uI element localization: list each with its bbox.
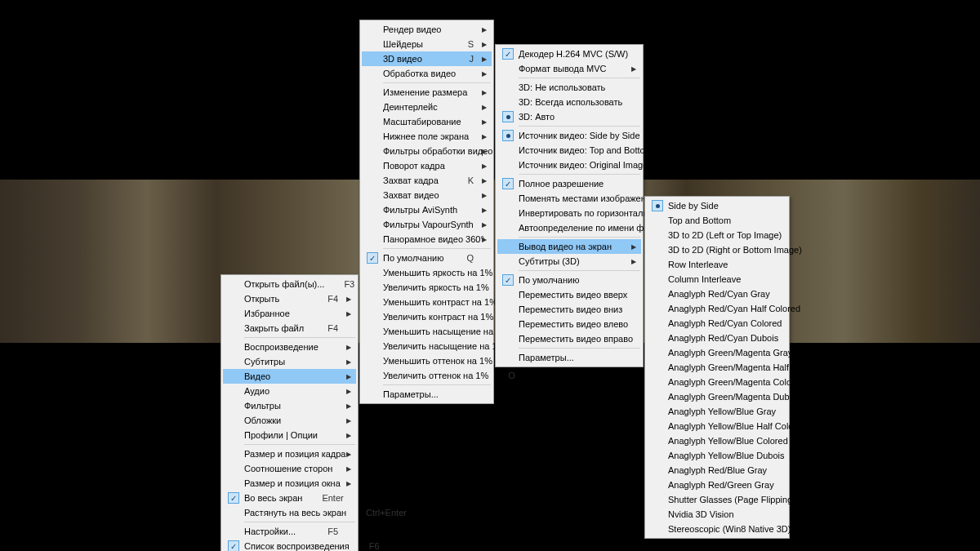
menu-item[interactable]: Anaglyph Yellow/Blue Colored — [647, 433, 787, 448]
submenu-arrow-icon: ▶ — [482, 236, 487, 243]
menu-item[interactable]: Инвертировать по горизонтали — [497, 206, 641, 220]
menu-item[interactable]: Фильтры VapourSynth▶ — [362, 217, 492, 232]
menu-item[interactable]: Автоопределение по имени файла — [497, 220, 641, 235]
menu-item[interactable]: Column Interleave — [647, 272, 787, 287]
menu-item[interactable]: Источник видео: Top and Bottom — [497, 143, 641, 158]
menu-item[interactable]: Anaglyph Red/Cyan Gray — [647, 287, 787, 301]
menu-item[interactable]: Субтитры▶ — [223, 354, 356, 369]
menu-item[interactable]: Фильтры обработки видео▶ — [362, 144, 492, 158]
menu-item[interactable]: Масштабирование▶ — [362, 114, 492, 129]
menu-item[interactable]: Субтитры (3D)▶ — [497, 254, 641, 269]
menu-item[interactable]: Изменение размера▶ — [362, 85, 492, 100]
menu-item[interactable]: Переместить видео вверх — [497, 287, 641, 302]
menu-item[interactable]: Фильтры AviSynth▶ — [362, 202, 492, 217]
menu-item[interactable]: Anaglyph Green/Magenta Gray — [647, 345, 787, 360]
context-menu-main[interactable]: Открыть файл(ы)...F3ОткрытьF4▶Избранное▶… — [220, 274, 359, 551]
menu-item[interactable]: Параметры... — [497, 350, 641, 365]
menu-item[interactable]: Side by Side — [647, 198, 787, 213]
menu-item[interactable]: Nvidia 3D Vision — [647, 507, 787, 522]
menu-item[interactable]: Anaglyph Yellow/Blue Gray — [647, 404, 787, 419]
menu-item[interactable]: Параметры... — [362, 387, 492, 402]
menu-item[interactable]: 3D to 2D (Right or Bottom Image) — [647, 242, 787, 257]
menu-item[interactable]: 3D: Всегда использовать — [497, 95, 641, 109]
menu-item[interactable]: Захват кадраK▶ — [362, 173, 492, 188]
menu-item[interactable]: Stereoscopic (Win8 Native 3D) — [647, 522, 787, 536]
radio-icon — [502, 130, 514, 141]
menu-item[interactable]: Переместить видео вниз — [497, 302, 641, 317]
submenu-output-to-screen[interactable]: Side by SideTop and Bottom3D to 2D (Left… — [644, 196, 790, 539]
menu-item[interactable]: Источник видео: Side by Side — [497, 128, 641, 143]
submenu-arrow-icon: ▶ — [482, 89, 487, 96]
menu-item[interactable]: Anaglyph Red/Blue Gray — [647, 463, 787, 478]
menu-item[interactable]: Воспроизведение▶ — [223, 340, 356, 354]
menu-item[interactable]: Профили | Опции▶ — [223, 428, 356, 442]
menu-item[interactable]: 3D: Авто — [497, 109, 641, 124]
menu-item[interactable]: Увеличить оттенок на 1%O — [362, 368, 492, 383]
menu-item[interactable]: Размер и позиция окна▶ — [223, 476, 356, 491]
menu-item[interactable]: Anaglyph Red/Cyan Colored — [647, 316, 787, 331]
menu-item[interactable]: Увеличить контраст на 1%T — [362, 309, 492, 324]
menu-item[interactable]: Уменьшить яркость на 1%W — [362, 265, 492, 280]
menu-item[interactable]: Увеличить насыщение на 1%U — [362, 339, 492, 353]
menu-item-shortcut: Enter — [322, 493, 343, 503]
menu-item[interactable]: ✓Полное разрешение — [497, 176, 641, 191]
menu-item[interactable]: Панорамное видео 360°▶ — [362, 232, 492, 247]
menu-item[interactable]: 3D to 2D (Left or Top Image) — [647, 228, 787, 242]
menu-item[interactable]: Anaglyph Red/Cyan Half Colored — [647, 301, 787, 316]
menu-item[interactable]: Формат вывода MVC▶ — [497, 61, 641, 76]
menu-item[interactable]: Открыть файл(ы)...F3 — [223, 277, 356, 291]
menu-item[interactable]: Уменьшить контраст на 1%R — [362, 295, 492, 309]
menu-item[interactable]: Anaglyph Green/Magenta Half Colored — [647, 360, 787, 375]
menu-item[interactable]: ✓По умолчаниюQ — [362, 251, 492, 265]
menu-item-label: Субтитры (3D) — [519, 256, 623, 266]
menu-item[interactable]: Уменьшить оттенок на 1%I — [362, 353, 492, 368]
menu-item[interactable]: Anaglyph Red/Cyan Dubois — [647, 331, 787, 345]
menu-item[interactable]: ✓По умолчанию — [497, 273, 641, 287]
menu-item[interactable]: Обработка видео▶ — [362, 66, 492, 81]
menu-item[interactable]: ✓Список воспроизведенияF6 — [223, 539, 356, 551]
menu-item-label: Открыть — [244, 294, 308, 304]
menu-item-label: Переместить видео вправо — [519, 334, 633, 344]
menu-item[interactable]: Row Interleave — [647, 257, 787, 272]
menu-item[interactable]: Настройки...F5 — [223, 524, 356, 539]
menu-item[interactable]: 3D: Не использовать — [497, 80, 641, 95]
menu-separator — [383, 384, 491, 385]
menu-item[interactable]: Размер и позиция кадра▶ — [223, 447, 356, 461]
submenu-3d-video[interactable]: ✓Декодер H.264 MVC (S/W)Формат вывода MV… — [495, 44, 644, 367]
menu-item[interactable]: Top and Bottom — [647, 213, 787, 228]
menu-item[interactable]: Обложки▶ — [223, 413, 356, 428]
menu-item[interactable]: ✓Декодер H.264 MVC (S/W) — [497, 47, 641, 61]
menu-item[interactable]: 3D видеоJ▶ — [362, 51, 492, 66]
menu-item[interactable]: Закрыть файлF4 — [223, 321, 356, 335]
menu-item[interactable]: Избранное▶ — [223, 306, 356, 321]
menu-item[interactable]: Аудио▶ — [223, 384, 356, 398]
menu-item[interactable]: ✓Во весь экранEnter — [223, 491, 356, 505]
menu-item[interactable]: Фильтры▶ — [223, 398, 356, 413]
submenu-video[interactable]: Рендер видео▶ШейдерыS▶3D видеоJ▶Обработк… — [359, 20, 494, 404]
menu-item[interactable]: Shutter Glasses (Page Flipping) — [647, 492, 787, 507]
menu-item[interactable]: Anaglyph Green/Magenta Dubois — [647, 389, 787, 404]
menu-item[interactable]: Рендер видео▶ — [362, 22, 492, 37]
submenu-arrow-icon: ▶ — [346, 417, 351, 424]
menu-item[interactable]: Anaglyph Green/Magenta Colored — [647, 375, 787, 389]
menu-item[interactable]: Anaglyph Red/Green Gray — [647, 478, 787, 492]
menu-item[interactable]: Поменять местами изображения — [497, 191, 641, 206]
menu-item[interactable]: Переместить видео вправо — [497, 331, 641, 346]
menu-item[interactable]: Anaglyph Yellow/Blue Half Colored — [647, 419, 787, 433]
menu-item[interactable]: Видео▶ — [223, 369, 356, 384]
menu-item-shortcut: F3 — [344, 279, 354, 289]
menu-item[interactable]: Источник видео: Original Image — [497, 158, 641, 172]
menu-item[interactable]: Растянуть на весь экранCtrl+Enter — [223, 505, 356, 520]
menu-item[interactable]: Захват видео▶ — [362, 188, 492, 202]
menu-item[interactable]: Вывод видео на экран▶ — [497, 239, 641, 254]
menu-item[interactable]: ОткрытьF4▶ — [223, 291, 356, 306]
menu-item[interactable]: Anaglyph Yellow/Blue Dubois — [647, 448, 787, 463]
menu-item[interactable]: Деинтерлейс▶ — [362, 100, 492, 114]
menu-item[interactable]: Нижнее поле экрана▶ — [362, 129, 492, 144]
menu-item[interactable]: ШейдерыS▶ — [362, 37, 492, 51]
menu-item[interactable]: Соотношение сторон▶ — [223, 461, 356, 476]
menu-item[interactable]: Переместить видео влево — [497, 317, 641, 331]
menu-item[interactable]: Уменьшить насыщение на 1%Y — [362, 324, 492, 339]
menu-item[interactable]: Поворот кадра▶ — [362, 158, 492, 173]
menu-item[interactable]: Увеличить яркость на 1%E — [362, 280, 492, 295]
